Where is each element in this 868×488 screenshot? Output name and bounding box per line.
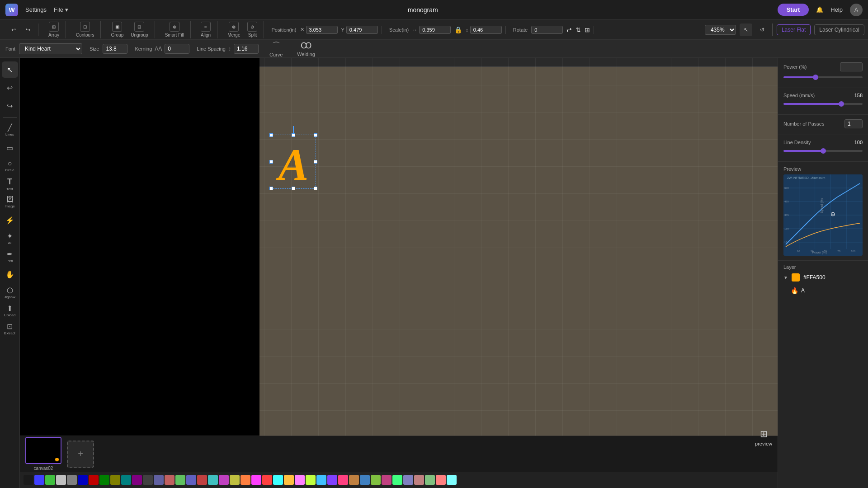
text-element[interactable]: A: [271, 135, 316, 189]
color-swatch[interactable]: [89, 475, 99, 485]
color-swatch[interactable]: [251, 475, 261, 485]
color-swatch[interactable]: [219, 475, 229, 485]
ungroup-button[interactable]: ⊟ Ungroup: [128, 21, 151, 38]
color-swatch[interactable]: [414, 475, 424, 485]
handle-top-left[interactable]: [269, 133, 273, 137]
undo-button[interactable]: ↩: [7, 23, 20, 36]
color-swatch[interactable]: [121, 475, 131, 485]
merge-button[interactable]: ⊗ Merge: [225, 21, 243, 38]
handle-top-middle[interactable]: [292, 133, 295, 137]
flip-v-icon[interactable]: ⇅: [576, 26, 581, 33]
color-swatch[interactable]: [436, 475, 446, 485]
color-swatch[interactable]: [78, 475, 88, 485]
preview-button[interactable]: ⊞ preview: [755, 428, 772, 446]
pen-tool[interactable]: ✒ Pen: [2, 248, 18, 264]
color-swatch[interactable]: [56, 475, 66, 485]
color-swatch[interactable]: [382, 475, 392, 485]
text-tool[interactable]: T Text: [2, 176, 18, 192]
ai-tool[interactable]: ✦ AI: [2, 230, 18, 246]
select-tool-btn[interactable]: ↖: [740, 23, 752, 36]
help-link[interactable]: Help: [830, 6, 843, 13]
color-swatch[interactable]: [99, 475, 109, 485]
zoom-selector[interactable]: 435%: [705, 25, 736, 35]
color-swatch[interactable]: [262, 475, 272, 485]
color-swatch[interactable]: [360, 475, 370, 485]
extract-tool[interactable]: ⊡ Extract: [2, 320, 18, 337]
handle-middle-right[interactable]: [314, 160, 317, 164]
handle-bottom-middle[interactable]: [292, 187, 295, 190]
laser-flat-btn[interactable]: Laser Flat: [777, 24, 811, 35]
canvas-thumb-1[interactable]: [25, 437, 61, 464]
color-swatch[interactable]: [45, 475, 55, 485]
kerning-input[interactable]: [165, 44, 189, 54]
undo-tool[interactable]: ↩: [2, 80, 18, 96]
array-button[interactable]: ⊞ Array: [46, 21, 62, 38]
speed-slider[interactable]: [783, 103, 863, 105]
user-avatar[interactable]: A: [850, 4, 863, 16]
color-swatch[interactable]: [175, 475, 185, 485]
font-select[interactable]: Kind Heart: [19, 43, 82, 54]
transform-icon[interactable]: ⊞: [585, 26, 590, 33]
color-swatch[interactable]: [154, 475, 164, 485]
split-button[interactable]: ⊘ Split: [245, 21, 260, 38]
color-swatch[interactable]: [241, 475, 250, 485]
color-swatch[interactable]: [392, 475, 402, 485]
color-swatch[interactable]: [165, 475, 175, 485]
color-swatch[interactable]: [34, 475, 44, 485]
color-swatch[interactable]: [316, 475, 326, 485]
color-swatch[interactable]: [197, 475, 207, 485]
lines-tool[interactable]: ╱ Lines: [2, 122, 18, 138]
color-swatch[interactable]: [403, 475, 413, 485]
add-canvas-button[interactable]: +: [67, 441, 94, 468]
canvas-area[interactable]: A canvas02 + ⊞ preview: [20, 58, 778, 488]
handle-bottom-right[interactable]: [314, 187, 317, 190]
color-swatch[interactable]: [186, 475, 196, 485]
upload-tool[interactable]: ⬆ Upload: [2, 302, 18, 319]
size-input[interactable]: [103, 44, 127, 54]
redo-button[interactable]: ↪: [22, 23, 34, 36]
layer-item[interactable]: 🔥 A: [783, 285, 863, 296]
rectangle-tool[interactable]: ▭: [2, 140, 18, 156]
scale-x-input[interactable]: [419, 26, 451, 34]
color-swatch[interactable]: [327, 475, 337, 485]
ls-input[interactable]: [234, 44, 259, 54]
color-swatch[interactable]: [24, 475, 33, 485]
lock-icon[interactable]: 🔒: [454, 26, 462, 33]
start-button[interactable]: Start: [778, 4, 809, 16]
refresh-btn[interactable]: ↺: [756, 23, 769, 36]
smart-fill-button[interactable]: ⊕ Smart Fill: [162, 21, 187, 38]
rotate-input[interactable]: [531, 26, 563, 34]
contours-button[interactable]: ⊡ Contours: [73, 21, 97, 38]
power-slider[interactable]: [783, 76, 863, 78]
redo-tool[interactable]: ↪: [2, 98, 18, 114]
passes-input[interactable]: [844, 119, 863, 128]
color-swatch[interactable]: [208, 475, 218, 485]
welding-button[interactable]: Ꝏ Welding: [293, 40, 319, 58]
color-swatch[interactable]: [338, 475, 348, 485]
layer-color-swatch[interactable]: [792, 273, 800, 282]
color-swatch[interactable]: [273, 475, 283, 485]
color-swatch[interactable]: [230, 475, 240, 485]
laser-cylindrical-btn[interactable]: Laser Cylindrical: [814, 24, 864, 35]
select-tool[interactable]: ↖: [2, 61, 18, 78]
power-value[interactable]: [840, 62, 863, 71]
bell-icon[interactable]: 🔔: [816, 6, 823, 13]
handle-top-right[interactable]: [314, 133, 317, 137]
color-swatch[interactable]: [295, 475, 305, 485]
color-swatch[interactable]: [110, 475, 120, 485]
handle-bottom-left[interactable]: [269, 187, 273, 190]
image-tool[interactable]: 🖼 Image: [2, 194, 18, 210]
effects-tool[interactable]: ⚡: [2, 212, 18, 228]
color-swatch[interactable]: [284, 475, 294, 485]
pos-x-input[interactable]: [306, 26, 338, 34]
app-logo[interactable]: W: [5, 4, 18, 16]
align-button[interactable]: ≡ Align: [198, 21, 213, 38]
color-swatch[interactable]: [425, 475, 435, 485]
curve-button[interactable]: ⌒ Curve: [266, 39, 286, 58]
pos-y-input[interactable]: [346, 26, 378, 34]
color-swatch[interactable]: [349, 475, 359, 485]
circle-tool[interactable]: ○ Circle: [2, 158, 18, 174]
hand-tool[interactable]: ✋: [2, 266, 18, 282]
color-swatch[interactable]: [306, 475, 316, 485]
nav-settings[interactable]: Settings: [25, 6, 47, 13]
